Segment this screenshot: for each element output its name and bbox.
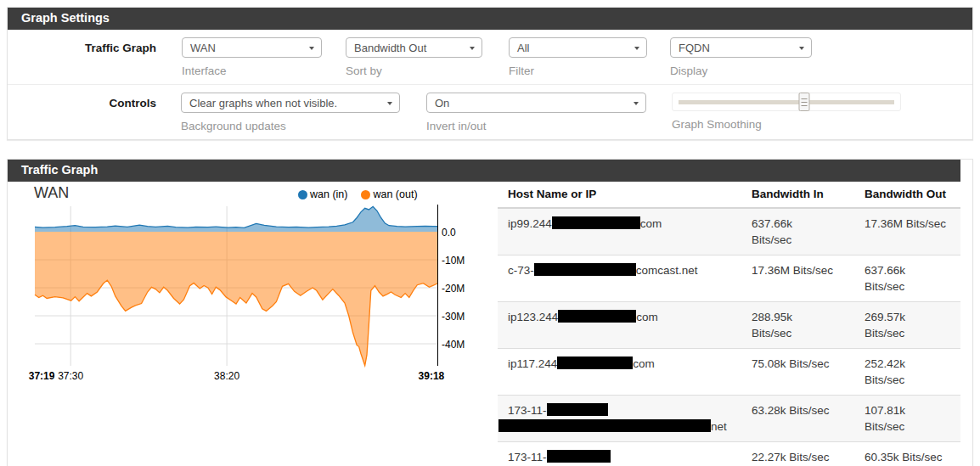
traffic-graph-body: WAN wan (in) wan (out) 0.0-10M-20M-30M-4…: [8, 182, 972, 466]
display-select[interactable]: FQDN: [670, 37, 812, 58]
redacted-text: [547, 403, 608, 416]
svg-text:37:30: 37:30: [58, 370, 83, 382]
sort-by-select[interactable]: Bandwidth Out: [346, 37, 482, 58]
graph-settings-body: Traffic Graph WAN Interface Bandwidth Ou…: [8, 30, 972, 139]
chevron-down-icon: [634, 102, 639, 105]
controls-settings-row: Controls Clear graphs when not visible. …: [8, 85, 972, 139]
traffic-graph-row-label: Traffic Graph: [8, 37, 169, 54]
graph-smoothing-helper: Graph Smoothing: [672, 118, 901, 131]
bandwidth-in-cell: 288.95k Bits/sec: [741, 302, 854, 349]
bandwidth-in-cell: 75.08k Bits/sec: [741, 349, 854, 396]
chevron-down-icon: [634, 47, 639, 50]
table-row: 173-11-net63.28k Bits/sec107.81k Bits/se…: [498, 396, 960, 442]
redacted-text: [547, 450, 611, 463]
traffic-graph-panel: Traffic Graph WAN wan (in) wan (out) 0.0…: [7, 159, 973, 466]
table-row: ip117.244com75.08k Bits/sec252.42k Bits/…: [498, 349, 960, 396]
bandwidth-out-cell: 107.81k Bits/sec: [854, 396, 960, 442]
table-row: 173-11-net22.27k Bits/sec60.35k Bits/sec: [498, 442, 960, 466]
graph-settings-panel-header: Graph Settings: [8, 8, 972, 30]
graph-smoothing-slider-handle[interactable]: [799, 93, 810, 111]
bandwidth-in-cell: 637.66k Bits/sec: [741, 208, 854, 255]
chevron-down-icon: [470, 47, 475, 50]
legend-label-wan-in: wan (in): [310, 188, 347, 200]
svg-text:-20M: -20M: [442, 283, 465, 295]
bandwidth-out-column-header: Bandwidth Out: [854, 182, 960, 208]
svg-text:-40M: -40M: [442, 339, 465, 351]
graph-smoothing-slider[interactable]: [672, 93, 901, 111]
svg-text:39:18: 39:18: [419, 370, 445, 382]
invert-in-out-helper: Invert in/out: [426, 120, 646, 132]
sort-by-select-value: Bandwidth Out: [354, 42, 426, 54]
chevron-down-icon: [799, 47, 804, 50]
chevron-down-icon: [387, 102, 392, 105]
svg-text:-10M: -10M: [442, 255, 465, 267]
chevron-down-icon: [309, 47, 314, 50]
bandwidth-table-area: Host Name or IP Bandwidth In Bandwidth O…: [498, 182, 963, 466]
table-header-row: Host Name or IP Bandwidth In Bandwidth O…: [498, 182, 960, 208]
host-cell: 173-11-net: [498, 442, 741, 466]
graph-settings-panel: Graph Settings Traffic Graph WAN Interfa…: [7, 7, 973, 140]
traffic-graph-panel-header: Traffic Graph: [8, 160, 960, 182]
interface-select[interactable]: WAN: [182, 37, 322, 58]
bandwidth-out-cell: 252.42k Bits/sec: [854, 349, 960, 396]
sort-by-helper: Sort by: [346, 65, 482, 77]
chart-legend: wan (in) wan (out): [298, 188, 418, 200]
host-cell: c-73-comcast.net: [498, 255, 741, 302]
invert-in-out-select[interactable]: On: [426, 93, 646, 113]
bandwidth-in-cell: 17.36M Bits/sec: [741, 255, 854, 302]
slider-track[interactable]: [679, 100, 894, 104]
svg-text:37:19: 37:19: [29, 370, 55, 382]
redacted-text: [558, 310, 636, 323]
background-updates-select[interactable]: Clear graphs when not visible.: [181, 93, 400, 113]
traffic-graph-settings-row: Traffic Graph WAN Interface Bandwidth Ou…: [8, 30, 972, 84]
legend-dot-out-icon: [361, 190, 370, 199]
legend-item-wan-out: wan (out): [361, 188, 417, 200]
display-select-value: FQDN: [679, 42, 710, 54]
background-updates-select-value: Clear graphs when not visible.: [189, 97, 337, 109]
bandwidth-in-column-header: Bandwidth In: [741, 182, 854, 208]
filter-helper: Filter: [509, 65, 647, 77]
legend-item-wan-in: wan (in): [298, 188, 347, 200]
filter-select-value: All: [517, 42, 529, 54]
traffic-chart: WAN wan (in) wan (out) 0.0-10M-20M-30M-4…: [8, 182, 496, 407]
grip-icon: [802, 98, 808, 106]
chart-title: WAN: [34, 184, 69, 202]
table-row: c-73-comcast.net17.36M Bits/sec637.66k B…: [498, 255, 960, 302]
host-column-header: Host Name or IP: [498, 182, 741, 208]
filter-select[interactable]: All: [509, 37, 647, 58]
panel-title: Graph Settings: [21, 11, 110, 25]
redacted-text: [498, 419, 711, 432]
bandwidth-table: Host Name or IP Bandwidth In Bandwidth O…: [498, 182, 960, 466]
legend-dot-in-icon: [298, 190, 307, 199]
svg-text:38:20: 38:20: [214, 370, 239, 382]
bandwidth-out-cell: 60.35k Bits/sec: [854, 442, 960, 466]
redacted-text: [552, 216, 640, 229]
redacted-text: [534, 263, 636, 276]
interface-select-value: WAN: [190, 42, 216, 54]
legend-label-wan-out: wan (out): [373, 188, 417, 200]
bandwidth-out-cell: 17.36M Bits/sec: [854, 208, 960, 255]
table-row: ip99.244com637.66k Bits/sec17.36M Bits/s…: [498, 208, 960, 255]
traffic-graph-svg: 0.0-10M-20M-30M-40M37:1937:3038:2039:18: [8, 202, 483, 385]
svg-text:0.0: 0.0: [442, 227, 456, 239]
host-cell: ip117.244com: [498, 349, 741, 396]
bandwidth-in-cell: 22.27k Bits/sec: [741, 442, 854, 466]
redacted-text: [557, 357, 633, 369]
invert-in-out-select-value: On: [435, 97, 449, 109]
table-row: ip123.244com288.95k Bits/sec269.57k Bits…: [498, 302, 960, 349]
bandwidth-out-cell: 269.57k Bits/sec: [854, 302, 960, 349]
background-updates-helper: Background updates: [181, 120, 400, 132]
panel-title: Traffic Graph: [21, 163, 98, 177]
interface-helper: Interface: [182, 65, 322, 77]
bandwidth-in-cell: 63.28k Bits/sec: [741, 396, 854, 442]
controls-row-label: Controls: [8, 93, 169, 109]
host-cell: ip123.244com: [498, 302, 741, 349]
svg-text:-30M: -30M: [442, 311, 465, 323]
host-cell: ip99.244com: [498, 208, 741, 255]
host-cell: 173-11-net: [498, 396, 741, 442]
bandwidth-out-cell: 637.66k Bits/sec: [854, 255, 960, 302]
display-helper: Display: [670, 65, 812, 77]
